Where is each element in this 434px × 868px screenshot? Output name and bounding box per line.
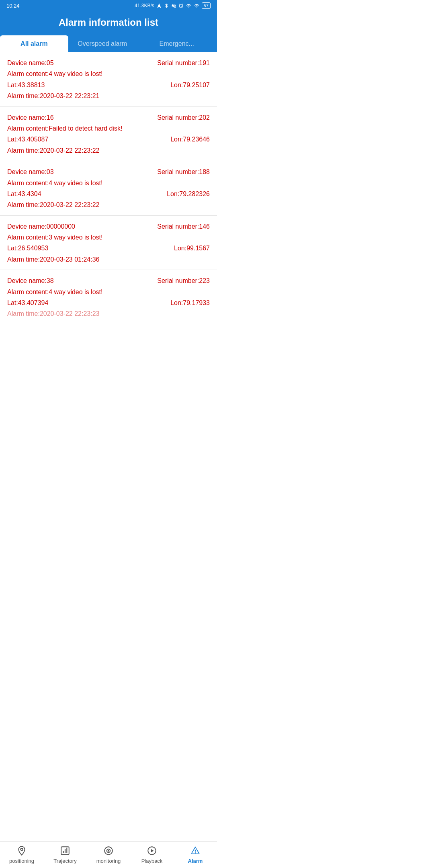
lat-2: Lat:43.4304	[7, 190, 41, 199]
status-bar: 10:24 41.3KB/s 57	[0, 0, 217, 11]
alarm-time-1: Alarm time:2020-03-22 22:23:22	[7, 146, 210, 155]
alarm-time-0: Alarm time:2020-03-22 22:23:21	[7, 92, 210, 100]
alarm-list: Device name:05 Serial number:191 Alarm c…	[0, 52, 217, 351]
lat-4: Lat:43.407394	[7, 299, 48, 307]
tab-emergency[interactable]: Emergenc...	[137, 35, 217, 52]
device-name-4: Device name:38	[7, 276, 54, 285]
alarm-content-0: Alarm content:4 way video is lost!	[7, 70, 210, 78]
lon-1: Lon:79.23646	[170, 135, 210, 144]
serial-number-3: Serial number:146	[157, 222, 210, 231]
alarm-item-1[interactable]: Device name:16 Serial number:202 Alarm c…	[0, 107, 217, 162]
serial-number-4: Serial number:223	[157, 276, 210, 285]
alarm-content-1: Alarm content:Failed to detect hard disk…	[7, 124, 210, 133]
alarm-clock-icon	[178, 3, 184, 8]
navigation-icon	[156, 3, 162, 8]
serial-number-1: Serial number:202	[157, 113, 210, 122]
device-name-1: Device name:16	[7, 113, 54, 122]
tab-all-alarm[interactable]: All alarm	[0, 35, 68, 52]
serial-number-0: Serial number:191	[157, 59, 210, 68]
alarm-time-2: Alarm time:2020-03-22 22:23:22	[7, 201, 210, 209]
tab-overspeed-alarm[interactable]: Overspeed alarm	[68, 35, 137, 52]
battery-level: 57	[204, 3, 209, 8]
network-speed: 41.3KB/s	[135, 3, 154, 8]
mute-icon	[171, 3, 176, 8]
lat-0: Lat:43.38813	[7, 81, 45, 90]
device-name-3: Device name:00000000	[7, 222, 75, 231]
device-name-0: Device name:05	[7, 59, 54, 68]
alarm-item-2[interactable]: Device name:03 Serial number:188 Alarm c…	[0, 161, 217, 216]
device-name-2: Device name:03	[7, 168, 54, 176]
alarm-content-2: Alarm content:4 way video is lost!	[7, 179, 210, 188]
tab-bar: All alarm Overspeed alarm Emergenc...	[0, 35, 217, 52]
battery-indicator: 57	[202, 2, 211, 9]
alarm-time-4: Alarm time:2020-03-22 22:23:23	[7, 309, 210, 318]
wifi-icon	[194, 3, 200, 8]
serial-number-2: Serial number:188	[157, 168, 210, 176]
lat-1: Lat:43.405087	[7, 135, 48, 144]
alarm-time-3: Alarm time:2020-03-23 01:24:36	[7, 255, 210, 264]
bluetooth-icon	[164, 3, 169, 8]
lon-3: Lon:99.1567	[174, 244, 210, 253]
lon-0: Lon:79.25107	[170, 81, 210, 90]
alarm-item-4[interactable]: Device name:38 Serial number:223 Alarm c…	[0, 270, 217, 323]
lat-3: Lat:26.540953	[7, 244, 48, 253]
lon-2: Lon:79.282326	[167, 190, 210, 199]
alarm-content-3: Alarm content:3 way video is lost!	[7, 233, 210, 242]
page-title: Alarm information list	[4, 17, 213, 28]
lon-4: Lon:79.17933	[170, 299, 210, 307]
alarm-item-0[interactable]: Device name:05 Serial number:191 Alarm c…	[0, 52, 217, 107]
alarm-content-4: Alarm content:4 way video is lost!	[7, 288, 210, 297]
status-right: 41.3KB/s 57	[135, 2, 211, 9]
alarm-item-3[interactable]: Device name:00000000 Serial number:146 A…	[0, 216, 217, 270]
signal-icon	[186, 3, 192, 8]
page-header: Alarm information list	[0, 11, 217, 35]
status-time: 10:24	[6, 3, 20, 9]
